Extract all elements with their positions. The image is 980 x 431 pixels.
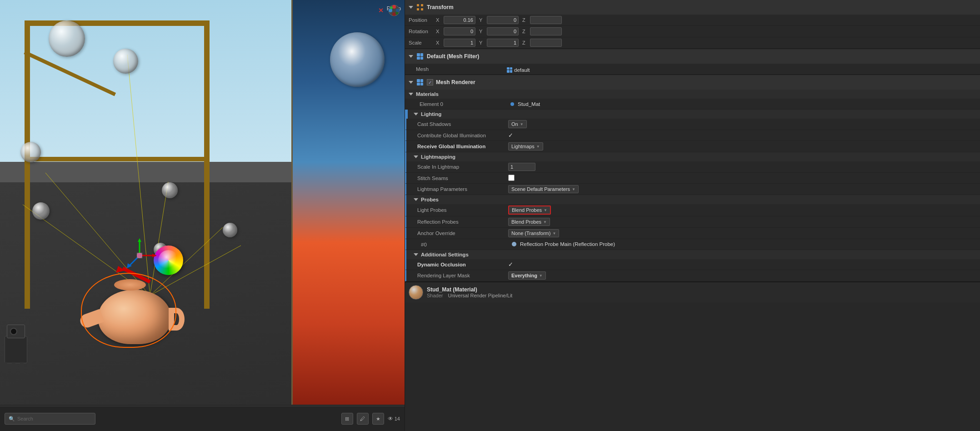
light-probes-dropdown[interactable]: Blend Probes xyxy=(508,205,551,215)
scale-z-input[interactable] xyxy=(530,39,562,47)
rotation-z-input[interactable] xyxy=(530,27,562,35)
lightmap-params-value[interactable]: Scene Default Parameters xyxy=(508,185,976,193)
anchor-override-label: Anchor Override xyxy=(417,231,508,236)
rotation-z-field: Z xyxy=(522,27,562,35)
stitch-seams-checkbox[interactable] xyxy=(508,175,515,181)
anchor-override-dropdown[interactable]: None (Transform) xyxy=(508,229,559,237)
receive-gi-dropdown[interactable]: Lightmaps xyxy=(508,142,543,150)
cast-shadows-dropdown[interactable]: On xyxy=(508,120,527,128)
scene-view[interactable]: Persp ✕ xyxy=(0,0,405,405)
search-placeholder: Search xyxy=(17,416,33,421)
reflection-probe-name-text: Reflection Probe Main (Reflection Probe) xyxy=(520,241,615,247)
probes-section[interactable]: Probes xyxy=(405,195,980,204)
rendering-layer-row: Rendering Layer Mask Everything xyxy=(405,270,980,281)
search-input[interactable]: 🔍 Search xyxy=(5,413,95,425)
rendering-layer-dropdown[interactable]: Everything xyxy=(508,271,546,280)
mesh-prop-row: Mesh default xyxy=(405,64,980,75)
mesh-label: Mesh xyxy=(416,66,507,72)
contribute-gi-checkmark: ✓ xyxy=(508,132,513,139)
eye-icon: 👁 xyxy=(388,416,393,422)
probe-sphere xyxy=(20,142,41,162)
reflection-probe-item-label: #0 xyxy=(421,242,512,247)
mesh-renderer-checkbox[interactable]: ✓ xyxy=(427,79,433,85)
rotation-y-field: Y xyxy=(479,27,519,35)
element0-label: Element 0 xyxy=(420,101,510,107)
toolbar-layers-btn[interactable]: ⊞ xyxy=(341,413,353,425)
mesh-filter-header[interactable]: Default (Mesh Filter) xyxy=(405,49,980,64)
stitch-seams-value xyxy=(508,175,976,182)
svg-rect-23 xyxy=(417,4,419,6)
svg-rect-25 xyxy=(417,8,419,10)
material-preview-icon xyxy=(409,285,423,300)
lightmap-params-row: Lightmap Parameters Scene Default Parame… xyxy=(405,184,980,195)
transform-header[interactable]: Transform xyxy=(405,0,980,15)
inspector-panel: Transform Position X Y Z xyxy=(405,0,980,431)
scene-close-icon[interactable]: ✕ xyxy=(378,7,384,14)
scale-lightmap-value[interactable] xyxy=(508,163,976,171)
dynamic-occlusion-row: Dynamic Occlusion ✓ xyxy=(405,259,980,270)
lighting-section[interactable]: Lighting xyxy=(405,110,980,119)
robot-leg xyxy=(12,362,15,372)
mesh-filter-title: Default (Mesh Filter) xyxy=(427,53,976,60)
rendering-layer-value[interactable]: Everything xyxy=(508,271,976,280)
anchor-override-value[interactable]: None (Transform) xyxy=(508,229,976,237)
mesh-renderer-collapse-arrow xyxy=(409,81,413,84)
scale-lightmap-input[interactable] xyxy=(508,163,535,171)
svg-point-15 xyxy=(137,253,142,258)
scale-y-field: Y xyxy=(479,39,519,47)
position-x-input[interactable] xyxy=(444,16,475,24)
reflection-probes-label: Reflection Probes xyxy=(417,219,508,225)
transform-icon xyxy=(416,3,424,11)
probe-sphere xyxy=(49,20,85,57)
scale-x-input[interactable] xyxy=(444,39,475,47)
cast-shadows-value[interactable]: On xyxy=(508,120,976,128)
reflection-probe-item-value[interactable]: Reflection Probe Main (Reflection Probe) xyxy=(512,241,976,247)
shader-value[interactable]: Universal Render Pipeline/Lit xyxy=(448,293,513,298)
additional-settings-section[interactable]: Additional Settings xyxy=(405,250,980,259)
rendering-layer-label: Rendering Layer Mask xyxy=(417,273,508,278)
transform-component: Transform Position X Y Z xyxy=(405,0,980,49)
teapot-body xyxy=(98,290,171,344)
mesh-renderer-header[interactable]: ✓ Mesh Renderer xyxy=(405,75,980,90)
mesh-renderer-icon xyxy=(416,78,424,86)
receive-gi-value[interactable]: Lightmaps xyxy=(508,142,976,150)
material-name: Stud_Mat (Material) xyxy=(427,286,512,293)
stitch-seams-row: Stitch Seams xyxy=(405,173,980,184)
scale-y-input[interactable] xyxy=(487,39,519,47)
contribute-gi-value: ✓ xyxy=(508,132,976,139)
reflection-probe-item-row: #0 Reflection Probe Main (Reflection Pro… xyxy=(405,239,980,250)
frame-beam xyxy=(25,20,209,26)
element0-value[interactable]: Stud_Mat xyxy=(510,101,976,107)
visibility-count: 👁 14 xyxy=(388,416,400,422)
materials-section[interactable]: Materials xyxy=(405,90,980,99)
position-y-input[interactable] xyxy=(487,16,519,24)
x-axis-label: X xyxy=(436,17,442,23)
lightmapping-arrow xyxy=(414,155,418,158)
toolbar-paint-btn[interactable]: 🖊 xyxy=(357,413,369,425)
lightmapping-section[interactable]: Lightmapping xyxy=(405,152,980,161)
light-probes-value[interactable]: Blend Probes xyxy=(508,205,976,215)
lighting-arrow xyxy=(414,113,418,115)
reflection-probes-value[interactable]: Blend Probes xyxy=(508,218,976,226)
mesh-value[interactable]: default xyxy=(507,65,976,73)
paint-icon: 🖊 xyxy=(360,416,365,421)
position-z-input[interactable] xyxy=(530,16,562,24)
robot-leg xyxy=(4,362,7,372)
rotation-x-input[interactable] xyxy=(444,27,475,35)
rotation-y-input[interactable] xyxy=(487,27,519,35)
lightmapping-label: Lightmapping xyxy=(421,154,455,160)
rotation-x-field: X xyxy=(436,27,475,35)
star-icon: ★ xyxy=(376,416,380,422)
scale-lightmap-label: Scale In Lightmap xyxy=(417,164,508,170)
lightmap-params-dropdown[interactable]: Scene Default Parameters xyxy=(508,185,579,193)
gizmo-widget[interactable] xyxy=(387,4,401,17)
svg-point-18 xyxy=(392,12,396,16)
reflection-probes-dropdown[interactable]: Blend Probes xyxy=(508,218,550,226)
lighting-label: Lighting xyxy=(421,111,441,117)
position-row: Position X Y Z xyxy=(405,15,980,26)
transform-gizmo[interactable] xyxy=(121,237,158,275)
stitch-seams-label: Stitch Seams xyxy=(417,175,508,181)
viewport-panel: Persp ✕ 🔍 Search ⊞ 🖊 xyxy=(0,0,405,431)
toolbar-star-btn[interactable]: ★ xyxy=(372,413,384,425)
scale-lightmap-row: Scale In Lightmap xyxy=(405,161,980,173)
